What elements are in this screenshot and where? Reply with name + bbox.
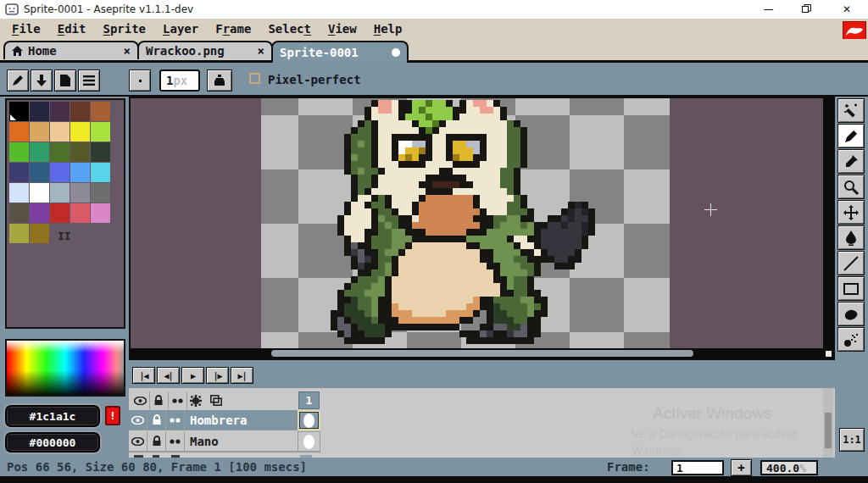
palette-swatch[interactable] (50, 183, 70, 203)
palette-swatch[interactable] (30, 122, 49, 142)
palette-swatch[interactable] (30, 142, 49, 162)
previous-frame-button[interactable]: ◀| (157, 367, 180, 384)
menu-sprite[interactable]: Sprite (94, 22, 154, 36)
goto-last-frame-button[interactable]: ▶| (231, 367, 253, 384)
tool-pencil[interactable] (837, 124, 865, 148)
layer-name[interactable]: Hombrera (185, 414, 247, 427)
palette-swatch[interactable] (50, 163, 70, 182)
next-frame-button[interactable]: |▶ (206, 367, 229, 384)
layer-row-hombrera[interactable]: Hombrera (129, 410, 320, 430)
tab-wrackoo[interactable]: Wrackoo.png × (137, 41, 273, 59)
palette-swatch[interactable] (9, 122, 29, 142)
tool-zoom[interactable] (837, 175, 865, 199)
tool-jumble[interactable] (837, 327, 865, 352)
hscrollbar-thumb[interactable] (271, 350, 693, 357)
palette-swatch[interactable] (91, 122, 110, 142)
advanced-mode-button[interactable]: 1:1 (839, 428, 865, 452)
timeline-settings-button[interactable] (186, 391, 205, 409)
palette-swatch[interactable] (70, 203, 90, 223)
palette-swatch[interactable] (91, 163, 110, 182)
tab-close-icon[interactable]: × (124, 45, 131, 57)
palette-swatch[interactable] (50, 102, 70, 121)
palette-swatch[interactable] (70, 102, 90, 121)
timeline-vscrollbar[interactable] (823, 388, 833, 458)
foreground-color-tool-button[interactable] (7, 69, 29, 92)
palette-swatch[interactable] (9, 224, 29, 243)
minimize-button[interactable]: — (749, 0, 787, 19)
palette-swatch[interactable] (30, 163, 49, 182)
timeline-vscrollbar-thumb[interactable] (825, 413, 832, 448)
options-button[interactable] (78, 69, 100, 92)
layer-name[interactable]: Mano (185, 435, 219, 448)
ink-button[interactable] (207, 69, 232, 92)
zoom-input[interactable]: 400.0% (760, 460, 818, 475)
palette-swatch[interactable] (9, 203, 29, 223)
brush-type-button[interactable] (129, 69, 151, 92)
download-brush-button[interactable] (31, 69, 53, 92)
palette-swatch[interactable] (9, 142, 29, 162)
tool-line[interactable] (837, 251, 865, 275)
palette-swatch[interactable] (70, 142, 90, 162)
layer-continuous-icon[interactable] (166, 410, 185, 430)
layer-eye-icon[interactable] (129, 431, 147, 452)
layer-lock-icon[interactable] (147, 431, 166, 452)
canvas-hscrollbar[interactable] (131, 348, 833, 358)
maximize-button[interactable] (787, 0, 826, 19)
palette-swatch[interactable] (30, 203, 49, 223)
palette-swatch[interactable] (91, 183, 110, 203)
tab-sprite-0001[interactable]: Sprite-0001 (271, 41, 409, 63)
cel-hombrera-frame1[interactable] (298, 410, 320, 430)
tool-move[interactable] (837, 200, 865, 225)
menu-frame[interactable]: Frame (207, 22, 259, 36)
palette-swatch[interactable] (50, 122, 70, 142)
document-button[interactable] (54, 69, 76, 92)
palette-swatch[interactable] (70, 163, 90, 182)
palette-swatch[interactable] (9, 183, 29, 203)
palette-swatch[interactable] (70, 183, 90, 203)
menu-edit[interactable]: Edit (49, 22, 95, 36)
layer-eye-icon[interactable] (129, 410, 147, 430)
brush-size-input[interactable]: 1px (159, 69, 200, 92)
menu-layer[interactable]: Layer (154, 22, 207, 36)
foreground-color-button[interactable]: #1c1a1c (5, 405, 100, 427)
pixel-perfect-checkbox[interactable] (249, 73, 260, 84)
palette-swatch[interactable] (50, 203, 70, 223)
palette-swatch[interactable] (30, 224, 49, 243)
palette-swatch[interactable] (70, 122, 90, 142)
menu-file[interactable]: File (3, 22, 49, 36)
palette-swatch[interactable] (30, 183, 49, 203)
sprite-pixel-art[interactable] (331, 100, 629, 344)
palette-swatch[interactable] (91, 203, 110, 223)
palette-swatch[interactable] (50, 142, 70, 162)
layer-lock-icon[interactable] (147, 410, 166, 430)
palette-swatch[interactable] (30, 102, 49, 121)
play-button[interactable]: ▶ (181, 367, 204, 384)
layer-lock-header[interactable] (149, 391, 169, 409)
cel-mano-frame1[interactable] (298, 431, 320, 452)
background-color-button[interactable]: #000000 (5, 432, 100, 452)
tool-contour[interactable] (837, 302, 865, 326)
palette-swatch[interactable] (9, 102, 29, 121)
layer-continuous-icon[interactable] (166, 431, 185, 452)
canvas-vscrollbar[interactable] (823, 98, 833, 348)
layer-continuous-header[interactable] (168, 391, 187, 409)
palette-swatch[interactable] (9, 163, 29, 182)
tab-home[interactable]: Home × (3, 41, 139, 59)
menu-view[interactable]: View (320, 22, 365, 36)
tool-paint-bucket[interactable] (837, 225, 865, 250)
tool-rectangle[interactable] (837, 276, 865, 301)
tool-magic-wand[interactable] (837, 98, 865, 123)
color-spectrum-picker[interactable] (5, 339, 125, 397)
tab-close-icon[interactable]: × (258, 45, 264, 57)
onion-skin-button[interactable] (207, 391, 225, 409)
layer-visibility-header[interactable] (131, 391, 150, 409)
palette-swatch[interactable] (91, 102, 110, 121)
tool-eyedropper[interactable] (837, 149, 865, 174)
color-warning-button[interactable]: ! (105, 406, 120, 425)
close-button[interactable]: ✕ (826, 0, 868, 19)
layer-row-mano[interactable]: Mano (129, 431, 320, 452)
frame-column-header[interactable]: 1 (298, 391, 320, 409)
palette-swatch[interactable] (91, 142, 110, 162)
add-frame-button[interactable]: + (731, 459, 752, 476)
frame-number-input[interactable]: 1 (671, 460, 724, 475)
